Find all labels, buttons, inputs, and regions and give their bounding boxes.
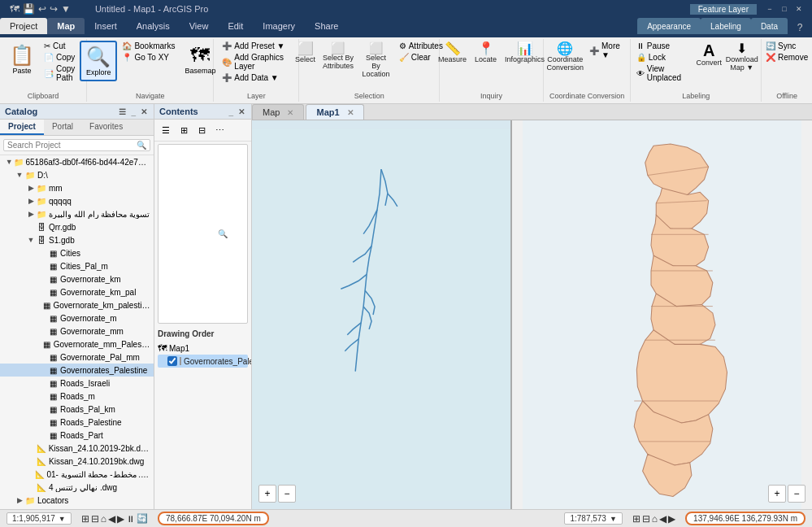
bookmarks-button[interactable]: 🏠Bookmarks (119, 41, 178, 51)
tree-item-cities[interactable]: ▦ Cities (0, 246, 154, 259)
home-extent-icon[interactable]: ⌂ (101, 513, 106, 525)
tab-edit[interactable]: Edit (218, 18, 253, 34)
contents-close-btn[interactable]: ✕ (237, 107, 246, 116)
tree-item-roads-part[interactable]: ▦ Roads_Part (0, 429, 154, 442)
tab-analysis[interactable]: Analysis (127, 18, 180, 34)
add-preset-button[interactable]: ➕Add Preset ▼ (219, 41, 293, 51)
paste-button[interactable]: 📋 Paste (5, 41, 39, 78)
prev-extent-icon[interactable]: ◀ (108, 513, 115, 525)
contents-minimize-btn[interactable]: _ (227, 107, 235, 116)
layer-gov-palest[interactable]: Governorates_Palest (158, 355, 248, 368)
tree-item-gov-km-pal192[interactable]: ▦ Governorate_km_palestine192 (0, 298, 154, 311)
tab-labeling[interactable]: Labeling (701, 18, 751, 34)
dropdown-icon[interactable]: ▼ (61, 3, 71, 15)
scale-dropdown-icon[interactable]: ▼ (59, 515, 66, 523)
tree-item-cities-pal[interactable]: ▦ Cities_Pal_m (0, 259, 154, 272)
map-tab-map1[interactable]: Map1 ✕ (306, 104, 363, 120)
close-btn[interactable]: ✕ (792, 3, 805, 15)
map1-zoom-out-btn[interactable]: − (788, 485, 805, 503)
tab-project[interactable]: Project (0, 18, 47, 34)
window-controls[interactable]: − □ ✕ (763, 3, 805, 15)
map1-tab-close[interactable]: ✕ (347, 108, 354, 117)
pause-button[interactable]: ⏸Pause (633, 41, 693, 51)
tab-data[interactable]: Data (751, 18, 788, 34)
minimize-btn[interactable]: − (763, 3, 776, 15)
tree-item-arabic-folder[interactable]: ▶ 📁 تسوية محافظة رام الله والبيرة (0, 207, 154, 220)
select-by-loc-button[interactable]: ⬜ Select ByLocation (358, 41, 394, 81)
layer-checkbox[interactable] (167, 356, 177, 366)
tree-item-qqqqq[interactable]: ▶ 📁 qqqqq (0, 194, 154, 207)
tree-item-gov-mm[interactable]: ▦ Governorate_mm (0, 324, 154, 338)
locate-button[interactable]: 📍 Locate (471, 41, 500, 66)
right-home-icon[interactable]: ⌂ (652, 513, 658, 525)
tree-item-roads-pal[interactable]: ▦ Roads_Palestine (0, 416, 154, 429)
copy-button[interactable]: 📄Copy (41, 52, 81, 63)
tree-item-kissan1[interactable]: 📐 Kissan_24.10.2019-2bk.dwg (0, 442, 154, 455)
coord-conversion-button[interactable]: 🌐 CoordinateConversion (545, 41, 584, 74)
tree-item-nahali[interactable]: 📐 4 نهالي رئتنس .dwg (0, 481, 154, 494)
catalog-minimize-btn[interactable]: _ (129, 107, 137, 116)
map-left-view[interactable]: + − (252, 120, 512, 509)
map-tab-map[interactable]: Map ✕ (252, 104, 304, 120)
more-button[interactable]: ➕More ▼ (586, 41, 628, 60)
contents-list-btn[interactable]: ☰ (158, 122, 174, 138)
tab-view[interactable]: View (180, 18, 219, 34)
tree-item-roads-m[interactable]: ▦ Roads_m (0, 390, 154, 403)
tree-item-qrr[interactable]: 🗄 Qrr.gdb (0, 220, 154, 233)
tree-item-gov-km-pal[interactable]: ▦ Governorate_km_pal (0, 285, 154, 298)
tab-imagery[interactable]: Imagery (253, 18, 305, 34)
select-by-attr-button[interactable]: ⬜ Select ByAttributes (320, 41, 357, 72)
contents-table-btn[interactable]: ⊞ (176, 122, 192, 138)
zoom-level-icon[interactable]: ⊞ (81, 513, 89, 525)
catalog-tab-project[interactable]: Project (0, 120, 44, 135)
tree-item-mm[interactable]: ▶ 📁 mm (0, 181, 154, 194)
tree-item-locators[interactable]: ▶ 📁 Locators (0, 494, 154, 507)
tree-item-gov-km[interactable]: ▦ Governorate_km (0, 272, 154, 285)
right-prev-icon[interactable]: ◀ (659, 513, 667, 525)
help-btn[interactable]: ? (788, 18, 812, 37)
contents-grid-btn[interactable]: ⊟ (193, 122, 210, 138)
convert-button[interactable]: A Convert (695, 41, 723, 69)
tree-item-root[interactable]: ▼ 📁 65186af3-db0f-4f66-bd44-42e72162... (0, 155, 154, 168)
contents-more-btn[interactable]: ⋯ (211, 122, 228, 138)
tree-item-gov-palestine[interactable]: ▦ Governorates_Palestine (0, 364, 154, 377)
zoom-in-btn[interactable]: + (258, 485, 276, 503)
right-scale[interactable]: 1:787,573 ▼ (564, 512, 622, 525)
tree-item-d[interactable]: ▼ 📁 D:\ (0, 168, 154, 181)
tree-item-roads-israeli[interactable]: ▦ Roads_Israeli (0, 377, 154, 390)
contents-search-input[interactable] (161, 229, 218, 238)
next-extent-icon[interactable]: ▶ (117, 513, 124, 525)
tree-item-kissan2[interactable]: 📐 Kissan_24.10.2019bk.dwg (0, 455, 154, 468)
pan-icon[interactable]: ⊟ (91, 513, 99, 525)
map-tab-close[interactable]: ✕ (287, 108, 293, 117)
select-button[interactable]: ⬜ Select (293, 41, 319, 66)
right-zoom-icon[interactable]: ⊞ (632, 513, 640, 525)
cut-button[interactable]: ✂Cut (41, 41, 81, 51)
lock-button[interactable]: 🔒Lock (633, 52, 693, 63)
tab-map[interactable]: Map (47, 18, 85, 34)
tree-item-gov-pal-mm[interactable]: ▦ Governorate_Pal_mm (0, 351, 154, 364)
undo-icon[interactable]: ↩ (38, 3, 46, 15)
catalog-close-btn[interactable]: ✕ (139, 107, 149, 116)
tab-insert[interactable]: Insert (85, 18, 127, 34)
pause-icon-status[interactable]: ⏸ (126, 514, 135, 524)
map1-zoom-in-btn[interactable]: + (768, 485, 786, 503)
measure-button[interactable]: 📏 Measure (435, 41, 470, 66)
goto-xy-button[interactable]: 📍Go To XY (119, 52, 178, 63)
maximize-btn[interactable]: □ (778, 3, 791, 15)
view-unplaced-button[interactable]: 👁View Unplaced (633, 63, 693, 83)
tree-item-s1gdb[interactable]: ▼ 🗄 S1.gdb (0, 233, 154, 246)
tree-item-gov-m[interactable]: ▦ Governorate_m (0, 311, 154, 324)
catalog-tab-favorites[interactable]: Favorites (81, 120, 131, 135)
save-icon[interactable]: 💾 (23, 3, 35, 15)
remove-button[interactable]: ❌Remove (762, 52, 811, 63)
infographics-button[interactable]: 📊 Infographics (502, 41, 548, 66)
right-next-icon[interactable]: ▶ (668, 513, 675, 525)
tab-appearance[interactable]: Appearance (637, 18, 701, 34)
tree-item-gov-mm-pal19[interactable]: ▦ Governorate_mm_Palestine19 (0, 338, 154, 351)
zoom-out-btn[interactable]: − (278, 485, 296, 503)
download-map-button[interactable]: ⬇ DownloadMap ▼ (725, 41, 759, 74)
add-data-button[interactable]: ➕Add Data ▼ (219, 72, 293, 83)
catalog-search-input[interactable] (7, 141, 137, 150)
catalog-menu-btn[interactable]: ☰ (117, 107, 128, 116)
